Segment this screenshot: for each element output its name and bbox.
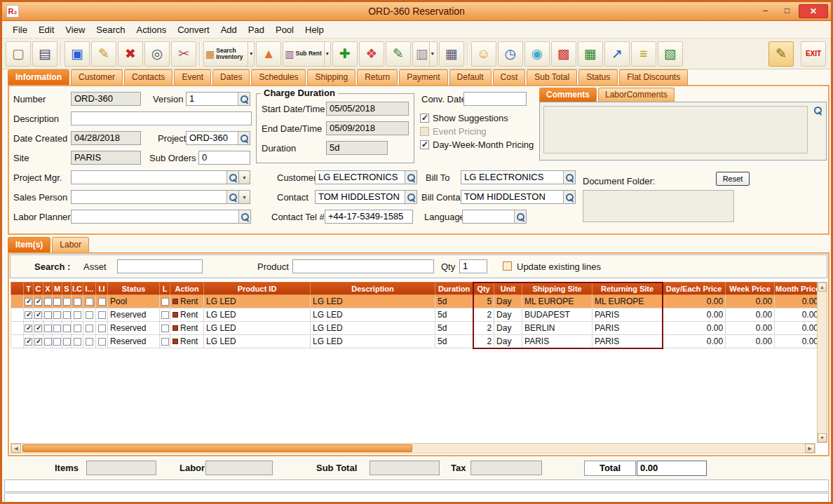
- scroll-right-button[interactable]: ▶: [805, 444, 815, 453]
- table-row[interactable]: PoolRentLG LEDLG LED5d5DayML EUROPEML EU…: [11, 295, 821, 308]
- tab-comments[interactable]: Comments: [539, 88, 597, 102]
- find-button[interactable]: ◎: [144, 41, 170, 67]
- col-header-m[interactable]: M: [53, 282, 62, 295]
- col-header-duration[interactable]: Duration: [435, 282, 473, 295]
- row-checkbox[interactable]: [86, 325, 93, 332]
- col-header-shipping-site[interactable]: Shipping Site: [522, 282, 592, 295]
- row-checkbox[interactable]: [53, 325, 61, 332]
- tab-dates[interactable]: Dates: [212, 69, 250, 85]
- start-date-field[interactable]: 05/05/2018: [326, 102, 409, 116]
- l-checkbox[interactable]: [161, 298, 169, 306]
- col-header-i[interactable]: I...: [83, 282, 96, 295]
- table-row[interactable]: ReservedRentLG LEDLG LED5d2DayBERLINPARI…: [11, 322, 821, 335]
- row-checkbox[interactable]: [86, 338, 93, 346]
- group-button[interactable]: ❖: [359, 41, 384, 67]
- row-checkbox[interactable]: [34, 325, 42, 332]
- menu-file[interactable]: File: [8, 23, 32, 36]
- comments-search-button[interactable]: [813, 105, 822, 118]
- project-field[interactable]: ORD-360: [186, 131, 250, 145]
- tab-status[interactable]: Status: [578, 69, 618, 85]
- reset-button[interactable]: Reset: [716, 172, 750, 186]
- exit-button[interactable]: EXIT: [801, 41, 826, 67]
- print-button[interactable]: ▤: [32, 41, 57, 67]
- show-suggestions-checkbox[interactable]: [420, 114, 429, 123]
- tab-sub-total[interactable]: Sub Total: [527, 69, 577, 85]
- product-input[interactable]: [292, 259, 434, 273]
- dwm-pricing-checkbox[interactable]: [420, 140, 429, 149]
- row-checkbox[interactable]: [25, 311, 32, 319]
- project-mgr-dropdown-button[interactable]: ▼: [238, 170, 250, 184]
- asset-input[interactable]: [117, 259, 203, 273]
- col-header-l[interactable]: L: [160, 282, 170, 295]
- col-header-week-price[interactable]: Week Price: [726, 282, 775, 295]
- row-checkbox[interactable]: [98, 338, 106, 346]
- scroll-down-button[interactable]: ▼: [818, 433, 827, 442]
- version-search-button[interactable]: [238, 93, 250, 105]
- col-header-i-i[interactable]: I.I: [96, 282, 108, 295]
- language-search-button[interactable]: [514, 210, 526, 223]
- calendar-edit-button[interactable]: ▦: [578, 41, 603, 67]
- col-header-product-id[interactable]: Product ID: [204, 282, 311, 295]
- new-document-button[interactable]: ▢: [6, 41, 31, 67]
- row-checkbox[interactable]: [25, 325, 32, 332]
- table-row[interactable]: ReservedRentLG LEDLG LED5d2DayBUDAPESTPA…: [11, 308, 821, 322]
- comments-text-area[interactable]: [543, 106, 808, 154]
- sales-person-field[interactable]: [71, 190, 239, 204]
- dwm-pricing-option[interactable]: Day-Week-Month Pricing: [420, 139, 534, 150]
- scroll-left-button[interactable]: ◀: [11, 444, 21, 453]
- bill-to-field[interactable]: LG ELECTRONICS: [461, 170, 576, 184]
- menu-pool[interactable]: Pool: [271, 23, 299, 36]
- sales-person-search-button[interactable]: [226, 191, 238, 203]
- document-folder-box[interactable]: [583, 190, 734, 222]
- col-header-i-c[interactable]: I.C: [72, 282, 83, 295]
- customer-search-button[interactable]: [405, 171, 416, 184]
- tab-return[interactable]: Return: [357, 69, 398, 85]
- row-checkbox[interactable]: [86, 311, 93, 319]
- col-header-unit[interactable]: Unit: [494, 282, 522, 295]
- table-row[interactable]: ReservedRentLG LEDLG LED5d2DayPARISPARIS…: [11, 335, 821, 348]
- row-checkbox[interactable]: [98, 298, 106, 306]
- vertical-scrollbar[interactable]: ▲ ▼: [817, 282, 827, 443]
- smiley-button[interactable]: ☺: [471, 41, 496, 67]
- col-header-x[interactable]: X: [43, 282, 53, 295]
- sales-person-dropdown-button[interactable]: ▼: [238, 190, 250, 204]
- tab-customer[interactable]: Customer: [71, 69, 123, 85]
- project-mgr-search-button[interactable]: [226, 171, 238, 184]
- col-header-c[interactable]: C: [34, 282, 43, 295]
- register-button[interactable]: ▦: [439, 41, 464, 67]
- contact-search-button[interactable]: [405, 191, 416, 203]
- row-checkbox[interactable]: [34, 311, 42, 319]
- menu-add[interactable]: Add: [216, 23, 242, 36]
- contact-tel-field[interactable]: +44-17-5349-1585: [325, 210, 413, 224]
- add-button[interactable]: ✚: [332, 41, 358, 67]
- maximize-button[interactable]: □: [777, 4, 797, 18]
- horizontal-scroll-thumb[interactable]: [22, 444, 412, 452]
- row-checkbox[interactable]: [74, 338, 81, 346]
- row-checkbox[interactable]: [44, 338, 52, 346]
- coins-button[interactable]: ≡: [631, 41, 656, 67]
- tab-payment[interactable]: Payment: [399, 69, 447, 85]
- menu-edit[interactable]: Edit: [34, 23, 59, 36]
- edit-button[interactable]: ✎: [91, 41, 116, 67]
- tab-default[interactable]: Default: [449, 69, 492, 85]
- disc-button[interactable]: ◉: [524, 41, 550, 67]
- l-checkbox[interactable]: [161, 325, 169, 332]
- col-header-action[interactable]: Action: [170, 282, 204, 295]
- delete-button[interactable]: ✖: [118, 41, 143, 67]
- tab-flat-discounts[interactable]: Flat Discounts: [619, 69, 688, 85]
- contact-field[interactable]: TOM HIDDLESTON: [315, 190, 417, 204]
- col-header-day-each-price[interactable]: Day/Each Price: [663, 282, 726, 295]
- end-date-field[interactable]: 05/09/2018: [326, 121, 409, 135]
- col-header-s[interactable]: S: [62, 282, 72, 295]
- duration-field[interactable]: 5d: [326, 141, 388, 155]
- shapes-button[interactable]: ▲: [256, 41, 281, 67]
- row-checkbox[interactable]: [44, 311, 52, 319]
- col-header-status[interactable]: Status: [108, 282, 160, 295]
- tab-labor-comments[interactable]: LaborComments: [598, 88, 675, 102]
- menu-help[interactable]: Help: [300, 23, 329, 36]
- clock-button[interactable]: ◷: [498, 41, 523, 67]
- row-checkbox[interactable]: [74, 298, 81, 306]
- inventory-chart-button[interactable]: ▧: [658, 41, 683, 67]
- col-header-qty[interactable]: Qty: [473, 282, 494, 295]
- row-checkbox[interactable]: [53, 338, 61, 346]
